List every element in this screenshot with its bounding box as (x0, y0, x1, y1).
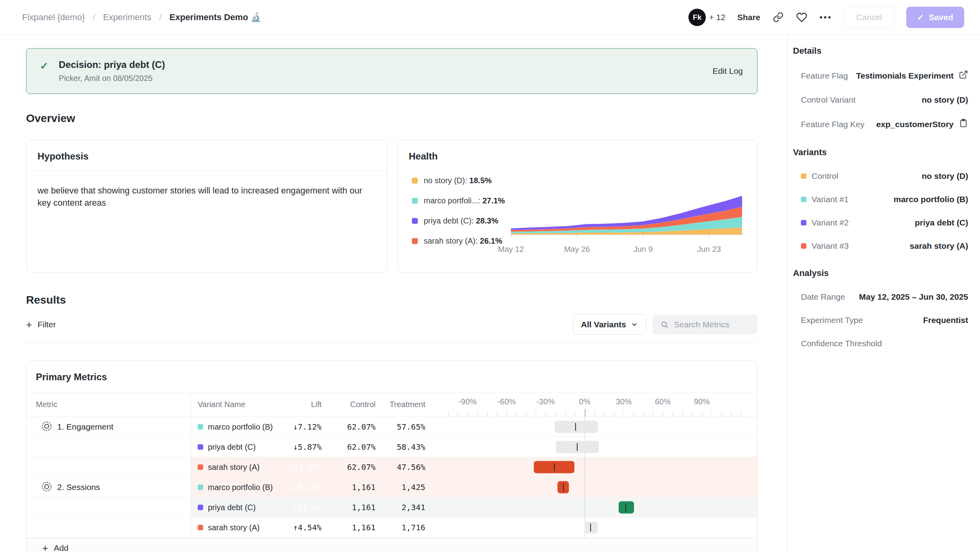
sidebar-row-value: Frequentist (923, 315, 968, 325)
collaborator-count[interactable]: + 12 (709, 13, 725, 22)
metric-cell: 1. Engagement (26, 417, 191, 437)
axis-minor-tick (683, 411, 683, 417)
legend-swatch (412, 218, 418, 224)
variant-swatch (801, 220, 806, 225)
sidebar-row: Variant #1marco portfolio (B) (793, 195, 968, 204)
axis-minor-tick (643, 411, 644, 417)
x-axis-label: Jun 9 (633, 245, 653, 254)
treatment-value: 1,716 (377, 518, 428, 537)
health-card: Health no story (D): 18.5%marco portfoli… (397, 140, 757, 272)
legend-swatch (412, 178, 418, 184)
sidebar-row-label: Date Range (801, 292, 845, 302)
sidebar-row-label: Control (801, 171, 838, 181)
sidebar-row: Experiment TypeFrequentist (793, 315, 968, 325)
axis-minor-tick (741, 411, 741, 417)
variants-heading: Variants (793, 147, 968, 158)
confidence-interval-cell (428, 477, 757, 497)
cancel-button[interactable]: Cancel (844, 7, 894, 28)
breadcrumb-project[interactable]: Fixpanel {demo} (22, 12, 85, 23)
sidebar-row: Control Variantno story (D) (793, 95, 968, 105)
axis-minor-tick (536, 411, 536, 417)
sidebar-row: Variant #2priya debt (C) (793, 218, 968, 227)
axis-minor-tick (448, 411, 449, 417)
axis-minor-tick (565, 411, 566, 417)
search-metrics-input[interactable] (674, 320, 750, 329)
sidebar-row: Date RangeMay 12, 2025 – Jun 30, 2025 (793, 292, 968, 302)
share-button[interactable]: Share (737, 13, 760, 22)
sidebar-row-label: Control Variant (801, 95, 856, 105)
avatar[interactable]: Fk (688, 9, 706, 26)
health-chart: May 12May 26Jun 9Jun 23 (509, 193, 746, 257)
breadcrumb: Fixpanel {demo} / Experiments / Experime… (22, 12, 261, 23)
axis-minor-tick (516, 411, 517, 417)
add-filter-button[interactable]: + Filter (26, 319, 56, 330)
variants-dropdown[interactable]: All Variants (573, 314, 646, 335)
confidence-interval-cell (428, 457, 757, 477)
treatment-value: 58.43% (377, 437, 428, 457)
saved-check-icon: ✓ (917, 13, 924, 22)
plus-icon: + (42, 543, 48, 552)
edit-log-button[interactable]: Edit Log (713, 66, 743, 76)
primary-metrics-card: Primary Metrics Metric Variant Name Lift… (26, 360, 757, 552)
legend-item: no story (D): 18.5% (412, 176, 507, 185)
sidebar-row: Controlno story (D) (793, 171, 968, 181)
sidebar-row-label: Variant #1 (801, 195, 849, 204)
lift-value: ↓23.37% (277, 457, 325, 477)
sidebar-row-value: May 12, 2025 – Jun 30, 2025 (859, 292, 968, 302)
lift-value: ↓7.12% (277, 417, 325, 437)
legend-swatch (412, 238, 418, 244)
variant-name: priya debt (C) (208, 503, 256, 512)
metric-target-icon (41, 421, 52, 433)
sidebar-row-value: exp_customerStory (876, 118, 968, 130)
search-metrics-box[interactable] (653, 315, 757, 334)
health-chart-svg (509, 193, 746, 240)
axis-minor-tick (555, 411, 556, 417)
axis-minor-tick (595, 411, 595, 417)
decision-banner: ✓ Decision: priya debt (C) Picker, Amit … (26, 48, 757, 94)
point-estimate-tick (625, 503, 626, 511)
treatment-value: 47.56% (377, 457, 428, 477)
variant-name: priya debt (C) (208, 443, 256, 452)
copy-link-icon[interactable] (772, 11, 784, 23)
control-value: 62.07% (325, 457, 377, 477)
confidence-interval-cell (428, 417, 757, 437)
breadcrumb-experiments[interactable]: Experiments (103, 12, 151, 23)
variant-swatch (198, 424, 203, 430)
top-bar: Fixpanel {demo} / Experiments / Experime… (0, 0, 980, 35)
external-link-icon[interactable] (959, 70, 968, 81)
axis-minor-tick (712, 411, 712, 417)
zero-line (585, 477, 585, 497)
legend-label: marco portfoli...: 27.1% (424, 196, 505, 205)
sidebar-row-value: no story (D) (922, 95, 968, 105)
lift-value: ↓5.87% (277, 437, 325, 457)
lift-value: ↑31.4% (277, 498, 325, 517)
sidebar-row-value: sarah story (A) (910, 241, 968, 251)
favorite-heart-icon[interactable] (796, 11, 808, 23)
sidebar-row-label: Variant #2 (801, 218, 849, 227)
axis-minor-tick (614, 411, 614, 417)
control-value: 1,161 (325, 518, 377, 537)
add-metric-button[interactable]: + Add (26, 538, 757, 552)
metric-cell (26, 518, 191, 537)
more-menu-button[interactable]: ••• (819, 12, 832, 23)
variant-cell: priya debt (C) (191, 498, 277, 517)
saved-button[interactable]: ✓ Saved (906, 7, 964, 28)
axis-minor-tick (477, 411, 478, 417)
metric-cell (26, 437, 191, 457)
variant-swatch (801, 197, 806, 202)
breadcrumb-separator: / (159, 12, 161, 23)
axis-minor-tick (575, 411, 575, 417)
sidebar-row: Variant #3sarah story (A) (793, 241, 968, 251)
zero-line (585, 457, 585, 477)
axis-tick-label: -60% (497, 397, 516, 406)
sidebar-row-label: Variant #3 (801, 241, 849, 251)
axis-minor-tick (624, 411, 624, 417)
lift-value: ↓16.25% (277, 477, 325, 497)
point-estimate-tick (575, 423, 576, 431)
clipboard-icon[interactable] (959, 118, 968, 130)
point-estimate-tick (554, 463, 555, 471)
details-sidebar: Details Feature FlagTestimonials Experim… (787, 35, 980, 552)
hypothesis-card: Hypothesis we believe that showing custo… (26, 140, 387, 272)
axis-minor-tick (546, 411, 546, 417)
legend-label: priya debt (C): 28.3% (424, 216, 498, 225)
